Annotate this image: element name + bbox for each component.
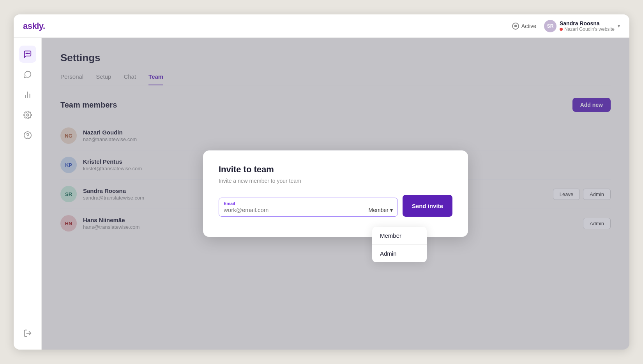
invite-modal: Invite to team Invite a new member to yo… xyxy=(203,150,468,237)
svg-point-0 xyxy=(27,53,28,54)
email-input[interactable] xyxy=(224,207,369,213)
logo: askly. xyxy=(23,21,45,31)
user-website: Nazari Goudin's website xyxy=(560,27,615,32)
active-status: ⏺ Active xyxy=(512,23,536,30)
modal-subtitle: Invite a new member to your team xyxy=(219,178,452,184)
modal-form: Email Member ▾ Send invite xyxy=(219,195,452,217)
logout-icon[interactable] xyxy=(19,325,36,342)
user-menu[interactable]: SR Sandra Roosna Nazari Goudin's website… xyxy=(544,20,620,32)
svg-point-1 xyxy=(26,53,26,54)
main-content: Settings Personal Setup Chat Team Team m… xyxy=(42,38,629,350)
header: askly. ⏺ Active SR Sandra Roosna Nazari … xyxy=(14,14,629,38)
sidebar-item-settings[interactable] xyxy=(19,106,36,124)
active-label: Active xyxy=(521,23,536,29)
role-dropdown: Member Admin xyxy=(372,227,427,262)
avatar: SR xyxy=(544,20,556,32)
role-option-admin[interactable]: Admin xyxy=(372,244,427,262)
chevron-down-icon: ▾ xyxy=(390,207,393,213)
sidebar-item-analytics[interactable] xyxy=(19,86,36,103)
svg-point-6 xyxy=(26,114,29,116)
header-right: ⏺ Active SR Sandra Roosna Nazari Goudin'… xyxy=(512,20,620,32)
svg-point-2 xyxy=(28,53,29,54)
active-icon: ⏺ xyxy=(512,23,519,30)
user-info: Sandra Roosna Nazari Goudin's website xyxy=(560,20,615,32)
role-option-member[interactable]: Member xyxy=(372,227,427,244)
email-input-row: Member ▾ xyxy=(224,207,393,213)
sidebar xyxy=(14,38,42,350)
send-invite-button[interactable]: Send invite xyxy=(403,195,452,217)
status-dot xyxy=(560,28,563,31)
chevron-down-icon: ▾ xyxy=(618,23,620,29)
app-body: Settings Personal Setup Chat Team Team m… xyxy=(14,38,629,350)
sidebar-item-messages[interactable] xyxy=(19,66,36,83)
user-name: Sandra Roosna xyxy=(560,20,615,27)
modal-title: Invite to team xyxy=(219,164,452,175)
sidebar-item-help[interactable] xyxy=(19,127,36,144)
sidebar-item-chat[interactable] xyxy=(19,46,36,63)
role-select-button[interactable]: Member ▾ xyxy=(369,207,393,213)
email-field-wrapper: Email Member ▾ xyxy=(219,198,398,217)
email-label: Email xyxy=(224,201,393,206)
